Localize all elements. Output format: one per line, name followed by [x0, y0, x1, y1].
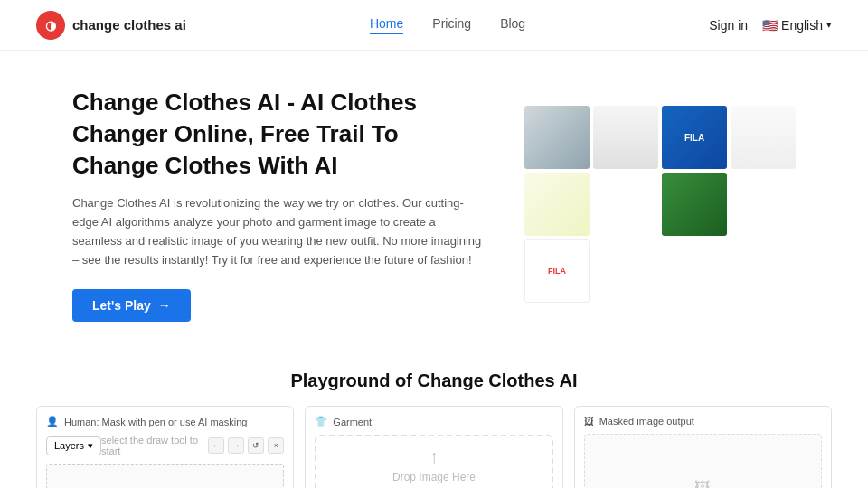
navbar: ◑ change clothes ai Home Pricing Blog Si… — [0, 0, 868, 51]
human-panel-header: 👤 Human: Mask with pen or use AI masking — [46, 416, 284, 427]
nav-right: Sign in 🇺🇸 English ▾ — [709, 18, 832, 33]
masked-panel-title: Masked image output — [599, 416, 694, 427]
hero-text: Change Clothes AI - AI Clothes Changer O… — [72, 87, 488, 322]
redo-button[interactable]: → — [228, 437, 244, 454]
chevron-down-icon: ▾ — [826, 19, 832, 31]
garment-panel: 👕 Garment ↑ Drop Image Here - or - Click… — [305, 406, 562, 488]
hero-image-shirt — [524, 106, 590, 169]
logo[interactable]: ◑ change clothes ai — [36, 11, 186, 40]
language-selector[interactable]: 🇺🇸 English ▾ — [762, 18, 832, 33]
nav-home[interactable]: Home — [370, 16, 403, 34]
toolbar-icons: ← → ↺ × — [208, 437, 284, 454]
playground-section: 👤 Human: Mask with pen or use AI masking… — [0, 406, 868, 488]
nav-blog[interactable]: Blog — [500, 16, 525, 34]
brand-name: change clothes ai — [72, 17, 186, 33]
hero-image-woman1 — [593, 106, 658, 169]
hero-image-fila-tshirt: FILA — [524, 239, 590, 303]
masked-output-area: 🖼 — [584, 434, 822, 488]
nav-links: Home Pricing Blog — [370, 16, 525, 34]
hero-section: Change Clothes AI - AI Clothes Changer O… — [0, 51, 868, 349]
logo-icon: ◑ — [36, 11, 65, 40]
undo-button[interactable]: ← — [208, 437, 224, 454]
playground-title: Playground of Change Clothes AI — [0, 349, 868, 406]
human-icon: 👤 — [46, 416, 59, 427]
image-placeholder-icon: 🖼 — [694, 479, 711, 488]
language-label: English — [781, 18, 823, 33]
human-panel-title: Human: Mask with pen or use AI masking — [64, 417, 247, 427]
reset-button[interactable]: ↺ — [248, 437, 264, 454]
draw-hint: select the draw tool to start — [101, 435, 208, 456]
arrow-icon: → — [158, 298, 171, 313]
canvas-area[interactable] — [46, 464, 284, 488]
cta-button[interactable]: Let's Play → — [72, 289, 191, 322]
hero-image-woman2 — [731, 106, 796, 169]
hero-image-fila-shirt: FILA — [662, 106, 727, 169]
cta-label: Let's Play — [92, 298, 151, 313]
human-panel: 👤 Human: Mask with pen or use AI masking… — [36, 406, 294, 488]
masked-panel: 🖼 Masked image output 🖼 — [574, 406, 832, 488]
upload-icon: ↑ — [429, 446, 439, 467]
garment-icon: 👕 — [315, 416, 327, 427]
garment-panel-title: Garment — [333, 417, 372, 427]
garment-panel-header: 👕 Garment — [315, 416, 552, 427]
chevron-icon: ▾ — [88, 440, 93, 452]
drop-zone[interactable]: ↑ Drop Image Here - or - Click to Upload — [315, 435, 552, 488]
layers-button[interactable]: Layers ▾ — [46, 436, 101, 455]
flag-icon: 🇺🇸 — [762, 18, 778, 33]
drop-text: Drop Image Here — [392, 471, 476, 483]
hero-title: Change Clothes AI - AI Clothes Changer O… — [72, 87, 488, 182]
hero-description: Change Clothes AI is revolutionizing the… — [72, 194, 488, 269]
signin-button[interactable]: Sign in — [709, 18, 748, 33]
masked-panel-header: 🖼 Masked image output — [584, 416, 822, 427]
masked-icon: 🖼 — [584, 416, 594, 427]
hero-image-green-skirt — [662, 173, 727, 236]
human-panel-toolbar: Layers ▾ select the draw tool to start ←… — [46, 435, 284, 456]
hero-image-white-top — [524, 173, 590, 236]
nav-pricing[interactable]: Pricing — [432, 16, 471, 34]
hero-images: FILA FILA — [524, 106, 796, 303]
layers-label: Layers — [54, 440, 84, 451]
close-button[interactable]: × — [268, 437, 284, 454]
